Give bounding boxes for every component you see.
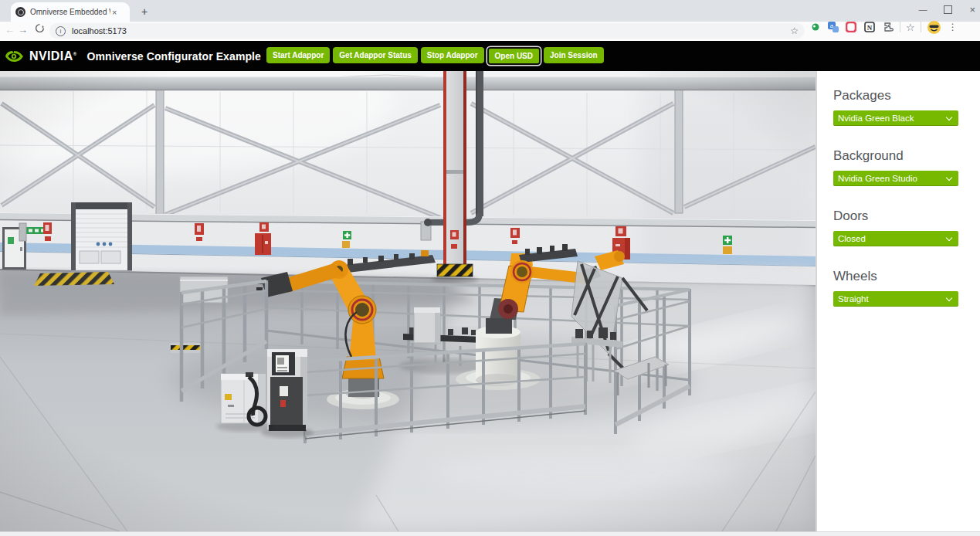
packages-label: Packages	[833, 88, 980, 103]
tab-title: Omniverse Embedded Web Vie	[30, 8, 110, 16]
get-adappor-status-button[interactable]: Get Adappor Status	[333, 47, 418, 63]
vignette-overlay	[0, 71, 816, 531]
site-info-icon[interactable]: i	[56, 26, 66, 36]
packages-dropdown[interactable]: Nvidia Green Black	[833, 110, 958, 126]
wheels-label: Wheels	[833, 269, 980, 284]
header-actions: Start Adappor Get Adappor Status Stop Ad…	[266, 47, 604, 65]
back-button[interactable]: ←	[5, 24, 15, 36]
reload-button[interactable]	[35, 23, 45, 36]
section-doors: Doors Closed	[833, 209, 980, 246]
window-close-button[interactable]: ×	[969, 4, 975, 15]
browser-window: Omniverse Embedded Web Vie × + — × ← → i…	[0, 0, 980, 536]
nvidia-logo-icon	[5, 49, 25, 64]
browser-tab[interactable]: Omniverse Embedded Web Vie ×	[11, 2, 130, 22]
wheels-dropdown[interactable]: Straight	[833, 291, 958, 307]
section-packages: Packages Nvidia Green Black	[833, 88, 980, 126]
start-adappor-button[interactable]: Start Adappor	[266, 47, 330, 63]
tab-strip: Omniverse Embedded Web Vie × + — ×	[0, 0, 980, 22]
forward-button[interactable]: →	[18, 24, 28, 36]
doors-dropdown[interactable]: Closed	[833, 231, 958, 246]
page-title: Omniverse Configurator Example	[86, 50, 261, 63]
background-label: Background	[833, 148, 980, 164]
section-background: Background Nvidia Green Studio	[833, 148, 980, 186]
svg-text:N: N	[867, 24, 873, 32]
notion-extension-icon[interactable]: N	[864, 22, 875, 32]
doors-dropdown-value: Closed	[838, 234, 866, 243]
factory-scene-svg	[0, 71, 816, 531]
toolbar-separator	[921, 22, 921, 32]
window-minimize-button[interactable]: —	[918, 5, 927, 14]
red-recorder-extension-icon[interactable]	[846, 22, 856, 32]
join-session-button[interactable]: Join Session	[544, 47, 604, 63]
window-controls: — ×	[918, 0, 975, 19]
extensions-puzzle-icon[interactable]	[883, 22, 894, 32]
tab-close-icon[interactable]: ×	[112, 8, 117, 17]
section-wheels: Wheels Straight	[833, 269, 980, 307]
stop-adappor-button[interactable]: Stop Adappor	[421, 47, 484, 63]
chrome-menu-icon[interactable]: ⋮	[948, 22, 958, 32]
nvidia-wordmark: NVIDIA®	[29, 49, 76, 63]
toolbar-separator	[900, 22, 900, 32]
window-maximize-button[interactable]	[944, 5, 952, 14]
app-header: NVIDIA® Omniverse Configurator Example S…	[0, 41, 980, 71]
doors-label: Doors	[833, 209, 980, 224]
open-usd-button[interactable]: Open USD	[487, 47, 541, 65]
address-bar[interactable]: i localhost:5173 ☆	[49, 23, 805, 39]
configurator-panel: Packages Nvidia Green Black Background N…	[816, 71, 980, 531]
bookmark-star-icon[interactable]: ☆	[790, 25, 799, 36]
translate-extension-icon[interactable]: a	[828, 22, 839, 32]
extensions-star-icon[interactable]: ☆	[906, 22, 915, 33]
url-text[interactable]: localhost:5173	[72, 26, 790, 36]
wheels-dropdown-value: Straight	[838, 294, 869, 304]
green-extension-icon[interactable]	[811, 22, 820, 32]
background-dropdown-value: Nvidia Green Studio	[838, 174, 917, 183]
profile-avatar[interactable]	[927, 20, 941, 35]
viewport-3d[interactable]	[0, 71, 816, 531]
background-dropdown[interactable]: Nvidia Green Studio	[833, 171, 958, 186]
omniverse-favicon-icon	[15, 7, 25, 17]
extension-icons: a N ☆ ⋮	[811, 21, 958, 33]
new-tab-button[interactable]: +	[136, 4, 153, 21]
packages-dropdown-value: Nvidia Green Black	[838, 114, 914, 123]
window-bottom-edge	[0, 531, 980, 536]
registered-mark: ®	[73, 51, 77, 56]
